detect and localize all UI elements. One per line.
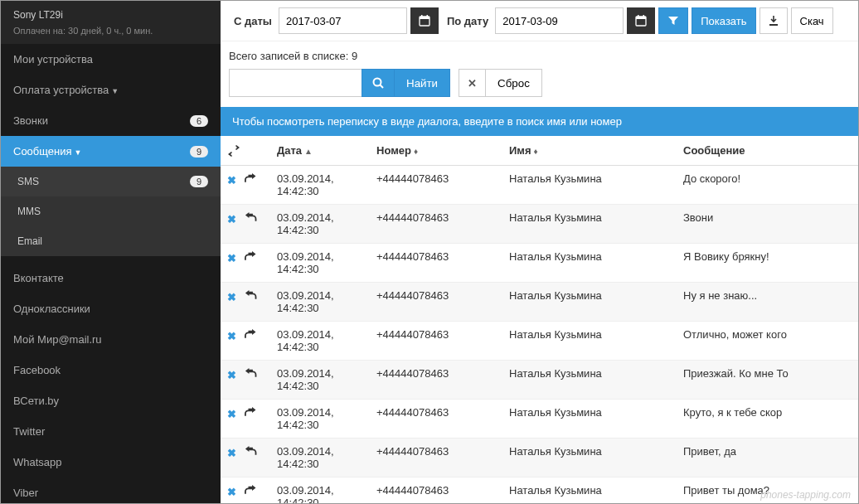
table-row[interactable]: ✖03.09.2014, 14:42:30+44444078463Наталья… [221,439,858,477]
download-button[interactable]: Скач [791,7,833,34]
svg-rect-2 [421,15,423,17]
delete-row-button[interactable]: ✖ [227,252,236,264]
search-input[interactable] [229,69,362,97]
cell-date: 03.09.2014, 14:42:30 [270,322,370,361]
outgoing-icon [245,250,258,262]
delete-row-button[interactable]: ✖ [227,174,236,187]
table-row[interactable]: ✖03.09.2014, 14:42:30+44444078463Наталья… [221,205,858,244]
cell-date: 03.09.2014, 14:42:30 [270,244,370,283]
cell-date: 03.09.2014, 14:42:30 [270,477,370,504]
incoming-icon [245,211,258,223]
delete-row-button[interactable]: ✖ [227,330,236,342]
reset-button[interactable]: Сброс [486,69,542,97]
download-icon [768,15,779,27]
delete-row-button[interactable]: ✖ [227,369,236,381]
cell-number: +44444078463 [370,361,502,400]
nav-social-item[interactable]: Whatsapp [1,447,221,477]
cell-number: +44444078463 [370,283,502,322]
cell-date: 03.09.2014, 14:42:30 [270,283,370,322]
nav-social-item[interactable]: Viber [1,477,221,503]
sidebar: Sony LT29i Оплачен на: 30 дней, 0 ч., 0 … [1,1,221,503]
col-message: Сообщение [677,136,858,166]
delete-row-button[interactable]: ✖ [227,408,236,420]
table-row[interactable]: ✖03.09.2014, 14:42:30+44444078463Наталья… [221,400,858,439]
from-date-calendar-button[interactable] [410,7,439,34]
delete-row-button[interactable]: ✖ [227,447,236,459]
incoming-icon [245,367,258,379]
cell-message: Ну я не знаю... [677,283,858,322]
search-icon [372,77,384,89]
show-button[interactable]: Показать [692,7,755,34]
caret-down-icon: ▼ [111,87,119,95]
cell-number: +44444078463 [370,439,502,477]
table-row[interactable]: ✖03.09.2014, 14:42:30+44444078463Наталья… [221,361,858,400]
table-row[interactable]: ✖03.09.2014, 14:42:30+44444078463Наталья… [221,244,858,283]
to-date-label: По дату [447,15,488,27]
svg-rect-1 [420,17,430,19]
total-records-label: Всего записей в списке: 9 [229,50,850,62]
svg-point-8 [374,79,381,86]
cell-date: 03.09.2014, 14:42:30 [270,205,370,244]
table-row[interactable]: ✖03.09.2014, 14:42:30+44444078463Наталья… [221,322,858,361]
delete-row-button[interactable]: ✖ [227,486,236,498]
search-icon-button[interactable] [362,69,395,97]
cell-message: Привет, да [677,439,858,477]
sort-icon: ♦ [414,147,418,156]
device-status: Оплачен на: 30 дней, 0 ч., 0 мин. [13,26,208,36]
cell-name: Наталья Кузьмина [502,205,677,244]
col-direction[interactable] [221,136,270,166]
col-date[interactable]: Дата▲ [270,136,370,166]
filter-icon [667,15,679,27]
messages-badge: 9 [190,146,208,158]
nav-social-item[interactable]: Мой Мир@mail.ru [1,324,221,355]
cell-number: +44444078463 [370,400,502,439]
cell-name: Наталья Кузьмина [502,439,677,477]
table-row[interactable]: ✖03.09.2014, 14:42:30+44444078463Наталья… [221,283,858,322]
filter-button[interactable] [658,7,688,34]
search-row: Всего записей в списке: 9 Найти ✕ Сброс [221,41,858,107]
reset-x-button[interactable]: ✕ [459,69,486,97]
incoming-icon [245,445,258,457]
sms-badge: 9 [190,176,208,187]
nav-social-item[interactable]: Twitter [1,416,221,447]
cell-date: 03.09.2014, 14:42:30 [270,361,370,400]
table-row[interactable]: ✖03.09.2014, 14:42:30+44444078463Наталья… [221,477,858,504]
delete-row-button[interactable]: ✖ [227,213,236,225]
table-row[interactable]: ✖03.09.2014, 14:42:30+44444078463Наталья… [221,166,858,205]
cell-date: 03.09.2014, 14:42:30 [270,166,370,205]
download-icon-button[interactable] [760,7,788,34]
nav-sms[interactable]: SMS 9 [1,167,221,196]
nav-social-item[interactable]: Одноклассники [1,293,221,324]
date-filter-toolbar: С даты По дату Показать Скач [221,1,858,41]
device-name: Sony LT29i [13,9,208,21]
delete-row-button[interactable]: ✖ [227,291,236,303]
nav-email[interactable]: Email [1,226,221,256]
nav-mms[interactable]: MMS [1,196,221,226]
nav-calls[interactable]: Звонки 6 [1,105,221,136]
nav-messages[interactable]: Сообщения▼ 9 [1,136,221,167]
find-button[interactable]: Найти [395,69,450,97]
cell-number: +44444078463 [370,205,502,244]
nav-my-devices[interactable]: Мои устройства [1,44,221,75]
sort-asc-icon: ▲ [304,147,313,156]
col-name[interactable]: Имя♦ [502,136,677,166]
to-date-calendar-button[interactable] [627,7,655,34]
col-number[interactable]: Номер♦ [370,136,502,166]
cell-number: +44444078463 [370,477,502,504]
from-date-input[interactable] [279,7,407,34]
to-date-input[interactable] [495,7,624,34]
outgoing-icon [245,328,258,340]
info-banner: Чтобы посмотреть переписку в виде диалог… [221,107,858,136]
cell-name: Наталья Кузьмина [502,244,677,283]
nav-pay-devices[interactable]: Оплата устройства▼ [1,75,221,105]
cell-date: 03.09.2014, 14:42:30 [270,439,370,477]
caret-down-icon: ▼ [75,148,82,157]
cell-name: Наталья Кузьмина [502,400,677,439]
svg-rect-7 [643,15,645,17]
cell-name: Наталья Кузьмина [502,166,677,205]
nav-social-item[interactable]: Facebook [1,355,221,385]
cell-message: До скорого! [677,166,858,205]
nav-social-item[interactable]: Вконтакте [1,263,221,293]
nav-social-item[interactable]: ВСети.by [1,385,221,416]
cell-message: Приезжай. Ко мне То [677,361,858,400]
